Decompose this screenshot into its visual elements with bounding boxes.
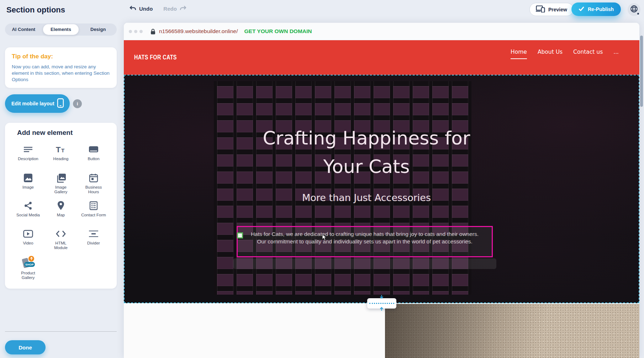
product-gallery-icon: SHOP [21,257,35,269]
page-title: Section options [6,5,65,15]
resize-dotted-line [369,303,394,304]
element-business-hours[interactable]: Business Hours [77,173,110,194]
element-image[interactable]: Image [12,173,44,194]
redo-icon [179,5,187,12]
redo-label: Redo [163,6,177,12]
hero-heading-line1: Crafting Happiness for [228,124,505,152]
undo-label: Undo [139,6,153,12]
nav-contact-us[interactable]: Contact us [573,49,603,59]
nav-more[interactable]: ... [613,49,619,59]
redo-button[interactable]: Redo [163,5,187,12]
sidebar-divider [5,331,117,332]
element-html-module[interactable]: HTML Module [44,228,77,250]
social-media-icon [23,200,33,211]
get-domain-link[interactable]: GET YOUR OWN DOMAIN [244,28,312,35]
heading-icon: TT [56,144,66,155]
mouse-cursor [322,234,327,242]
preview-button[interactable]: Preview [529,3,574,16]
preview-label: Preview [548,7,567,12]
done-button[interactable]: Done [5,340,46,354]
browser-bar: n1566589.websitebuilder.online/ GET YOUR… [124,23,639,40]
globe-notification-dot [637,13,639,15]
hero-paragraph: Hats for Cats, we are dedicated to craft… [238,230,492,245]
element-row: SHOP Product Gallery [12,257,110,280]
nav-about-us[interactable]: About Us [538,49,563,59]
phone-icon [57,98,64,109]
svg-text:T: T [56,145,61,154]
description-icon [23,144,33,155]
arrow-down-icon [379,295,384,301]
window-dot [134,30,137,33]
upgrade-arrow-badge [28,256,34,262]
hero-paragraph-line1: Hats for Cats, we are dedicated to craft… [238,230,492,238]
element-image-gallery[interactable]: Image Gallery [44,173,77,194]
window-dot [139,30,143,33]
element-row: Social Media Map Contact Form [12,200,110,217]
selected-paragraph-element[interactable]: Hats for Cats, we are dedicated to craft… [237,226,493,257]
image-gallery-icon [56,173,66,183]
element-map[interactable]: Map [44,200,77,217]
hero-heading-line2: Your Cats [228,152,505,181]
republish-label: Re-Publish [588,6,614,12]
element-row: Description TT Heading Button [12,144,110,161]
tab-elements[interactable]: Elements [43,24,79,35]
undo-button[interactable]: Undo [129,5,153,12]
nav-home[interactable]: Home [511,49,527,59]
hero-heading[interactable]: Crafting Happiness for Your Cats [228,124,505,181]
devices-icon [536,5,545,14]
lock-icon [151,28,155,35]
element-contact-form[interactable]: Contact Form [77,200,110,217]
tip-title: Tip of the day: [12,53,53,60]
site-nav: Home About Us Contact us ... [511,49,619,59]
code-icon [56,228,66,239]
edit-mobile-label: Edit mobile layout [11,101,54,106]
vertical-scrollbar[interactable] [640,36,643,107]
button-icon [89,144,99,155]
divider-icon [89,228,99,239]
tip-body: Now you can add, move and resize any ele… [12,64,110,83]
undo-redo-group: Undo Redo [129,5,187,12]
element-product-gallery[interactable]: SHOP Product Gallery [12,257,44,280]
tip-of-the-day-card: Tip of the day: Now you can add, move an… [5,47,117,88]
add-element-title: Add new element [17,129,73,137]
info-button[interactable]: i [73,99,82,108]
window-dot [129,30,132,33]
hero-section-selected[interactable]: Crafting Happiness for Your Cats More th… [124,75,639,303]
undo-icon [129,5,137,12]
map-pin-icon [57,200,65,211]
video-icon [23,228,33,239]
tab-design[interactable]: Design [80,24,116,35]
element-video[interactable]: Video [12,228,44,250]
svg-text:T: T [61,147,64,153]
language-globe-button[interactable] [628,3,640,16]
tab-ai-content[interactable]: AI Content [6,24,42,35]
republish-button[interactable]: Re-Publish [571,2,621,16]
element-divider[interactable]: Divider [77,228,110,250]
site-url: n1566589.websitebuilder.online/ [159,28,238,35]
hero-paragraph-line2: Our commitment to quality and individual… [238,238,492,245]
image-icon [23,173,33,183]
business-hours-icon [89,173,98,183]
gravel-photo [385,304,639,358]
add-element-panel: Add new element Description TT Heading B… [5,123,117,289]
hero-subheading[interactable]: More than Just Accessories [228,192,505,203]
arrow-up-icon [379,306,384,312]
site-header: HATS FOR CATS Home About Us Contact us .… [124,40,639,75]
element-row: Video HTML Module Divider [12,228,110,250]
element-description[interactable]: Description [12,144,44,161]
element-heading[interactable]: TT Heading [44,144,77,161]
section-resize-handle[interactable] [367,298,396,309]
contact-form-icon [89,200,98,211]
element-button[interactable]: Button [77,144,110,161]
site-logo[interactable]: HATS FOR CATS [134,54,177,61]
selection-drag-handle[interactable] [237,232,243,238]
edit-mobile-layout-button[interactable]: Edit mobile layout [5,94,70,113]
element-row: Image Image Gallery Business Hours [12,173,110,194]
website-builder-app: Section options Undo Redo Preview Re-Pub… [0,0,644,358]
check-icon [579,6,584,12]
element-social-media[interactable]: Social Media [12,200,44,217]
element-hover-highlight [233,258,496,269]
sidebar-tabs: AI Content Elements Design [5,23,117,36]
globe-icon [630,5,638,14]
shop-badge: SHOP [24,262,35,267]
